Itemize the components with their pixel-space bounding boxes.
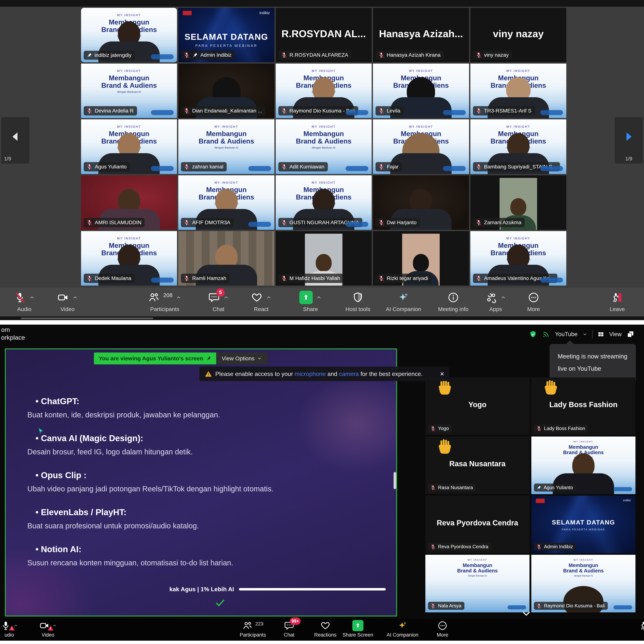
gallery-next-page-button[interactable]: 1/9 bbox=[615, 117, 643, 164]
mic-muted-icon bbox=[476, 275, 482, 281]
participant-tile[interactable]: MY INSIGHTMembangunBrand & Audiensdengan… bbox=[373, 64, 469, 118]
view-button[interactable]: View bbox=[609, 331, 622, 338]
leave-button[interactable] bbox=[637, 620, 644, 631]
horizontal-scrollbar[interactable] bbox=[21, 318, 153, 319]
participant-tile[interactable]: MY INSIGHTMembangunBrand & Audiensdengan… bbox=[276, 175, 372, 230]
participant-tile[interactable]: Rasa NusantaraRasa Nusantara bbox=[425, 437, 529, 494]
participants-button[interactable]: 223 Participants bbox=[231, 620, 275, 638]
participant-tile[interactable]: MY INSIGHTMembangunBrand & Audiensdengan… bbox=[373, 119, 469, 174]
participant-name-label: Nala Arsya bbox=[428, 602, 464, 610]
video-button[interactable]: Video bbox=[31, 620, 65, 638]
scrollbar-handle[interactable] bbox=[394, 472, 396, 489]
participant-tile[interactable]: R.ROSYDAN AL...R.ROSYDAN ALFAREZA bbox=[276, 8, 372, 62]
view-options-button[interactable]: View Options bbox=[216, 352, 268, 364]
watermark-pill bbox=[248, 166, 271, 171]
participant-tile[interactable]: Ramli Hamzah bbox=[178, 231, 274, 286]
slide-credit-row: kak Agus | 1% Lebih AI bbox=[169, 586, 386, 593]
close-icon[interactable]: × bbox=[440, 370, 444, 378]
participant-tile[interactable]: Reva Pyordova CendraReva Pyordova Cendra bbox=[425, 496, 529, 553]
chat-button[interactable]: 5 Chat bbox=[203, 290, 234, 312]
slide-bullet-list: • ChatGPT:Buat konten, ide, deskripsi pr… bbox=[27, 396, 335, 581]
participant-name-overlay: Yogo bbox=[425, 400, 529, 409]
participant-tile[interactable]: MY INSIGHTMembangunBrand & Audiensdengan… bbox=[178, 175, 274, 230]
participant-tile[interactable]: indibizSELAMAT DATANGPARA PESERTA WEBINA… bbox=[531, 496, 635, 553]
slide-bullet-title: • Opus Clip : bbox=[27, 470, 335, 480]
participant-tile[interactable]: MY INSIGHTMembangunBrand & Audiensdengan… bbox=[178, 119, 274, 174]
participant-name-label: Devina Ardelia R bbox=[84, 106, 137, 115]
participant-tile[interactable]: Lady Boss FashionLady Boss Fashion bbox=[531, 377, 635, 435]
host-tools-button[interactable]: Host tools bbox=[340, 290, 376, 312]
arrow-right-icon bbox=[622, 130, 635, 143]
microphone-link[interactable]: microphone bbox=[295, 371, 326, 377]
participant-tile[interactable]: MY INSIGHTMembangunBrand & Audiensdengan… bbox=[276, 64, 372, 118]
participant-tile[interactable]: Zamani Azukma bbox=[470, 175, 566, 230]
chevron-up-icon[interactable] bbox=[223, 295, 229, 300]
watermark-pill bbox=[151, 54, 174, 59]
meeting-info-button[interactable]: Meeting info bbox=[431, 290, 476, 312]
share-screen-button[interactable]: Share Screen bbox=[337, 620, 378, 638]
chevron-up-icon[interactable] bbox=[500, 295, 506, 300]
youtube-stream-menu[interactable]: YouTube bbox=[555, 331, 578, 338]
participant-tile[interactable]: Hanasya Azizah...Hanasya Azizah Kirana bbox=[373, 8, 469, 62]
camera-link[interactable]: camera bbox=[339, 371, 359, 377]
participant-name-overlay: Rasa Nusantara bbox=[425, 460, 529, 468]
more-button[interactable]: More bbox=[431, 620, 454, 638]
more-button[interactable]: More bbox=[521, 290, 547, 312]
video-button[interactable]: Video bbox=[52, 290, 83, 312]
chevron-up-icon[interactable] bbox=[176, 295, 181, 300]
audio-label: udio bbox=[0, 632, 22, 638]
share-button[interactable]: Share bbox=[294, 290, 327, 312]
react-label: React bbox=[245, 306, 277, 312]
participant-tile[interactable]: MY INSIGHTMembangunBrand & Audiensdengan… bbox=[531, 437, 635, 494]
participant-tile[interactable]: Dwi Harjanto bbox=[373, 175, 469, 230]
participants-icon bbox=[148, 292, 160, 303]
participant-tile[interactable]: MY INSIGHTMembangunBrand & Audiensdengan… bbox=[81, 64, 177, 118]
participant-tile[interactable]: Dian Endarwati_Kalimantan ... bbox=[178, 64, 274, 118]
leave-button[interactable]: Leave bbox=[602, 290, 632, 312]
gallery-prev-page-button[interactable]: 1/9 bbox=[1, 117, 29, 164]
chat-button[interactable]: 99+ Chat bbox=[276, 620, 302, 638]
chevron-up-icon[interactable] bbox=[72, 295, 78, 300]
participant-grid: MY INSIGHTMembangunBrand & Audiensdengan… bbox=[81, 8, 566, 286]
participant-tile[interactable]: MY INSIGHTMembangunBrand & Audiensdengan… bbox=[470, 119, 566, 174]
participant-tile[interactable]: AMRI ISLAMUDDIN bbox=[81, 175, 177, 230]
participant-tile[interactable]: Rizki tegar ariyadi bbox=[373, 231, 469, 286]
participant-tile[interactable]: MY INSIGHTMembangunBrand & Audiensdengan… bbox=[81, 119, 177, 174]
chevron-up-icon[interactable] bbox=[29, 295, 35, 300]
copy-windows-icon[interactable] bbox=[626, 330, 635, 338]
react-button[interactable]: React bbox=[245, 290, 277, 312]
watermark-pill bbox=[443, 110, 466, 115]
raised-hand-icon bbox=[542, 379, 560, 397]
ai-companion-button[interactable]: AI Companion bbox=[381, 290, 426, 312]
sidebar-chevron-down-icon[interactable] bbox=[521, 608, 532, 619]
participant-tile[interactable]: MY INSIGHTMembangunBrand & Audiensdengan… bbox=[531, 555, 635, 612]
chevron-up-icon[interactable] bbox=[266, 295, 272, 300]
participant-tile[interactable]: M Hafidz Hasbi Yallah bbox=[276, 231, 372, 286]
slide-bullet-body: Buat suara profesional untuk promosi/aud… bbox=[27, 522, 335, 530]
audio-warning-icon bbox=[8, 624, 15, 632]
participant-tile[interactable]: MY INSIGHTMembangunBrand & Audiensdengan… bbox=[470, 231, 566, 286]
participant-tile[interactable]: indibizSELAMAT DATANGPARA PESERTA WEBINA… bbox=[178, 8, 274, 62]
participant-tile[interactable]: MY INSIGHTMembangunBrand & Audiensdengan… bbox=[276, 119, 372, 174]
watermark-pill bbox=[540, 110, 563, 115]
participant-tile[interactable]: YogoYogo bbox=[425, 377, 529, 435]
camera-icon bbox=[57, 292, 69, 303]
ai-companion-button[interactable]: AI Companion bbox=[380, 620, 425, 638]
meeting-toolbar: Audio Video 208 Participants bbox=[0, 287, 644, 317]
video-label: Video bbox=[52, 306, 83, 312]
chevron-up-icon[interactable] bbox=[316, 295, 322, 300]
audio-button[interactable]: udio bbox=[0, 620, 22, 638]
audio-button[interactable]: Audio bbox=[7, 290, 42, 312]
participants-button[interactable]: 208 Participants bbox=[141, 290, 189, 312]
participant-tile[interactable]: viny nazayviny nazay bbox=[470, 8, 566, 62]
apps-button[interactable]: Apps bbox=[479, 290, 512, 312]
participant-tile[interactable]: MY INSIGHTMembangunBrand & Audiensdengan… bbox=[425, 555, 529, 612]
participant-tile[interactable]: MY INSIGHTMembangunBrand & Audiensdengan… bbox=[81, 8, 177, 62]
chat-badge: 5 bbox=[216, 288, 225, 297]
mic-muted-icon bbox=[86, 164, 93, 170]
participant-tile[interactable]: MY INSIGHTMembangunBrand & Audiensdengan… bbox=[470, 64, 566, 118]
participant-tile[interactable]: MY INSIGHTMembangunBrand & Audiensdengan… bbox=[81, 231, 177, 286]
leave-label: Leave bbox=[602, 306, 632, 312]
chevron-down-icon[interactable] bbox=[582, 332, 587, 337]
participant-name-label: Rasa Nusantara bbox=[428, 484, 476, 492]
